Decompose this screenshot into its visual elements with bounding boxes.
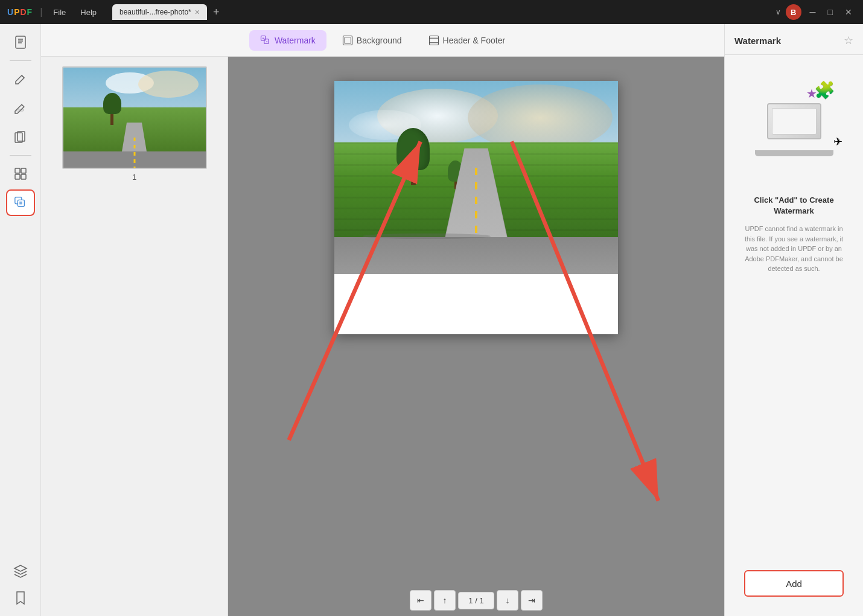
right-panel-title: Watermark bbox=[734, 36, 781, 46]
content-area: Watermark Background Header & Footer bbox=[41, 24, 724, 616]
header-footer-tab-label: Header & Footer bbox=[443, 36, 506, 45]
sidebar-item-annotate[interactable] bbox=[6, 95, 35, 121]
reader-icon bbox=[13, 35, 28, 49]
right-panel-header: Watermark ☆ bbox=[725, 24, 863, 55]
sidebar-bottom bbox=[6, 558, 35, 611]
annotate-icon bbox=[13, 101, 28, 115]
pages-icon bbox=[13, 130, 28, 144]
puzzle-icon: 🧩 bbox=[814, 80, 835, 100]
svg-rect-21 bbox=[429, 36, 438, 45]
tab-close-btn[interactable]: × bbox=[195, 7, 200, 17]
stamp-icon bbox=[14, 196, 27, 209]
decoration-star-icon: ★ bbox=[806, 86, 817, 101]
minimize-btn[interactable]: ─ bbox=[806, 6, 820, 18]
page-container bbox=[334, 81, 618, 334]
user-avatar[interactable]: B bbox=[786, 4, 801, 20]
right-panel: Watermark ☆ 🧩 ★ ✈ Click "Add" to Cr bbox=[724, 24, 863, 616]
menu-file[interactable]: File bbox=[49, 7, 69, 18]
cta-text: Click "Add" to Create Watermark bbox=[734, 195, 853, 217]
svg-rect-12 bbox=[18, 200, 24, 206]
favorite-star-icon[interactable]: ☆ bbox=[844, 34, 853, 47]
next-page-btn[interactable]: ↓ bbox=[497, 590, 518, 611]
right-panel-content: 🧩 ★ ✈ Click "Add" to Create Watermark UP… bbox=[725, 55, 863, 570]
toolbar: Watermark Background Header & Footer bbox=[41, 24, 724, 57]
thumbnail-wrapper[interactable]: 1 bbox=[62, 66, 207, 182]
page-number: 1 bbox=[132, 173, 136, 182]
sidebar-item-bookmark[interactable] bbox=[6, 585, 35, 611]
bookmark-icon bbox=[13, 591, 28, 605]
page-image bbox=[334, 81, 618, 274]
tab-header-footer[interactable]: Header & Footer bbox=[418, 30, 517, 51]
menu-help[interactable]: Help bbox=[77, 7, 100, 18]
watermark-tab-icon bbox=[260, 35, 271, 46]
tab-add-btn[interactable]: + bbox=[209, 6, 223, 19]
paper-plane-icon: ✈ bbox=[833, 135, 842, 148]
maximize-btn[interactable]: □ bbox=[824, 6, 836, 18]
watermark-tab-label: Watermark bbox=[275, 36, 316, 45]
thumbnail-panel: 1 bbox=[41, 57, 228, 616]
svg-rect-0 bbox=[16, 36, 25, 48]
tab-current[interactable]: beautiful-...free-photo* × bbox=[112, 4, 207, 20]
prev-page-btn[interactable]: ↑ bbox=[434, 590, 456, 611]
last-page-btn[interactable]: ⇥ bbox=[521, 590, 543, 611]
svg-rect-4 bbox=[16, 109, 24, 111]
title-bar-right: ∨ B ─ □ ✕ bbox=[775, 4, 856, 20]
tab-watermark[interactable]: Watermark bbox=[249, 30, 326, 51]
svg-rect-8 bbox=[21, 168, 26, 173]
tab-background[interactable]: Background bbox=[331, 30, 413, 51]
sidebar-item-stamp[interactable] bbox=[6, 189, 35, 216]
edit-icon bbox=[13, 72, 28, 86]
layers-icon bbox=[13, 564, 28, 579]
tab-label: beautiful-...free-photo* bbox=[119, 8, 191, 16]
sidebar-divider-1 bbox=[10, 60, 31, 61]
background-tab-icon bbox=[342, 35, 353, 46]
svg-rect-20 bbox=[345, 37, 351, 43]
sidebar-item-pages[interactable] bbox=[6, 124, 35, 150]
sidebar bbox=[0, 24, 41, 616]
title-sep: | bbox=[40, 7, 42, 17]
thumbnail-image bbox=[62, 66, 207, 169]
landscape-scene bbox=[334, 81, 618, 274]
page-indicator: 1 / 1 bbox=[458, 592, 494, 609]
close-btn[interactable]: ✕ bbox=[841, 6, 856, 18]
header-footer-tab-icon bbox=[428, 35, 439, 46]
first-page-btn[interactable]: ⇤ bbox=[410, 590, 432, 611]
doc-area: 1 bbox=[41, 57, 724, 616]
panel-description: UPDF cannot find a watermark in this fil… bbox=[734, 224, 853, 274]
sidebar-item-layers[interactable] bbox=[6, 558, 35, 585]
svg-rect-10 bbox=[21, 174, 26, 179]
sidebar-divider-2 bbox=[10, 155, 31, 156]
pagination-bar: ⇤ ↑ 1 / 1 ↓ ⇥ bbox=[228, 585, 724, 616]
svg-rect-7 bbox=[15, 168, 20, 173]
background-tab-label: Background bbox=[357, 36, 402, 45]
main-layout: Watermark Background Header & Footer bbox=[0, 24, 863, 616]
sidebar-item-edit[interactable] bbox=[6, 66, 35, 92]
organize-icon bbox=[13, 167, 28, 181]
sidebar-item-organize[interactable] bbox=[6, 160, 35, 187]
app-logo: UPDF bbox=[7, 7, 33, 17]
sidebar-item-reader[interactable] bbox=[6, 29, 35, 56]
tab-bar: beautiful-...free-photo* × + bbox=[112, 4, 768, 20]
add-btn-container: Add bbox=[725, 570, 863, 616]
svg-rect-9 bbox=[15, 174, 20, 179]
page-footer-white bbox=[334, 274, 618, 334]
title-bar: UPDF | File Help beautiful-...free-photo… bbox=[0, 0, 863, 24]
watermark-illustration: 🧩 ★ ✈ bbox=[758, 91, 830, 151]
page-canvas[interactable]: ⇤ ↑ 1 / 1 ↓ ⇥ bbox=[228, 57, 724, 616]
dropdown-arrow-icon[interactable]: ∨ bbox=[775, 8, 781, 16]
add-watermark-button[interactable]: Add bbox=[744, 570, 844, 597]
